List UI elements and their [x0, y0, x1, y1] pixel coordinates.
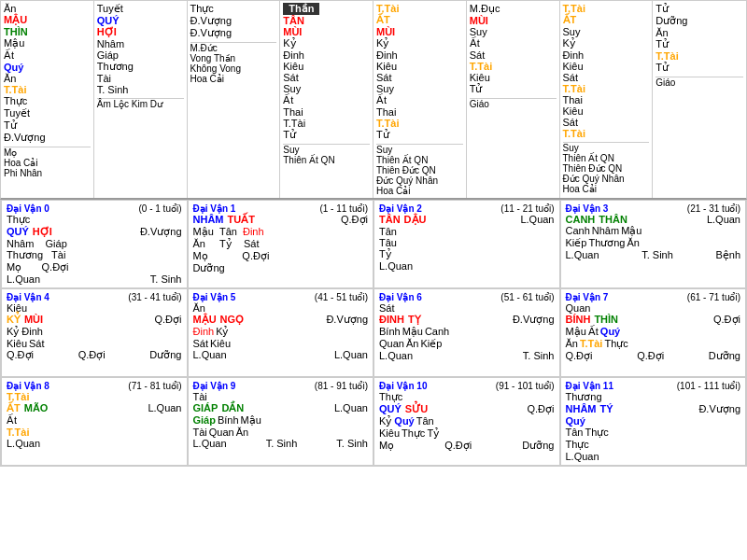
top-col-8: Tử Dưỡng Ăn Tử T.Tài Tử Giáo [653, 1, 746, 198]
daivan-11: Đại Vận 11 (101 - 111 tuổi) Thương NHÂM … [560, 377, 747, 466]
top-col-6: M.Đục MÙI Suy Ất Sát T.Tài Kiêu Tử Giáo [467, 1, 560, 198]
daivan-0: Đại Vận 0 (0 - 1 tuổi) Thực QUÝ HỢI Đ.Vư… [1, 200, 188, 288]
top-col-2: Tuyết QUÝ HỢI Nhâm Giáp Thương Tài T. Si… [94, 1, 188, 198]
top-col-5: T.Tài ẤT MÙI Kỷ Đinh Kiêu Sát Suy Ất Tha… [374, 1, 467, 198]
than-header: Thần [283, 3, 319, 15]
daivan-3: Đại Vận 3 (21 - 31 tuổi) CANH THÂN L.Qua… [560, 200, 747, 288]
top-col-3: Thực Đ.Vượng Đ.Vượng M.Đức Vong Thần Khô… [188, 1, 281, 198]
top-col1-quy: Quý [4, 62, 91, 73]
daivan-10: Đại Vận 10 (91 - 101 tuổi) Thực QUÝ SỬU … [374, 377, 560, 466]
daivan-5: Đại Vận 5 (41 - 51 tuổi) Ăn MẬU NGỌ Đ.Vư… [188, 288, 374, 377]
top-col1-mau: MẬU [4, 14, 91, 26]
daivan-9: Đại Vận 9 (81 - 91 tuổi) Tài GIÁP DẦN L.… [188, 377, 374, 466]
daivan-1: Đại Vận 1 (1 - 11 tuổi) NHÂM TUẤT Q.Đợi … [188, 200, 374, 288]
daivan-7: Đại Vận 7 (61 - 71 tuổi) Quan BÍNH THÌN … [560, 288, 747, 377]
top-col1-mau2: Mậu [4, 37, 91, 49]
daivan-2: Đại Vận 2 (11 - 21 tuổi) TÂN DẬU L.Quan … [374, 200, 560, 288]
daivan-6: Đại Vận 6 (51 - 61 tuổi) Sát ĐINH TỴ Đ.V… [374, 288, 560, 377]
top-col-1: Ăn MẬU THÌN Mậu Ất Quý Ăn T.Tài Thực Tuy… [1, 1, 94, 198]
top-col1-line1: Ăn [4, 3, 91, 14]
top-col-7: T.Tài ẤT Suy Kỷ Đinh Kiêu Sát T.Tài Thai… [560, 1, 654, 198]
daivan-8: Đại Vận 8 (71 - 81 tuổi) T.Tài ẤT MÃO L.… [1, 377, 188, 466]
daivan-4: Đại Vận 4 (31 - 41 tuổi) Kiêu KỶ MÙI Q.Đ… [1, 288, 188, 377]
top-col1-thin: THÌN [4, 26, 91, 37]
top-col-4-than: Thần TÂN MÙI Kỷ Đinh Kiêu Sát Suy Ất Tha… [280, 1, 374, 198]
